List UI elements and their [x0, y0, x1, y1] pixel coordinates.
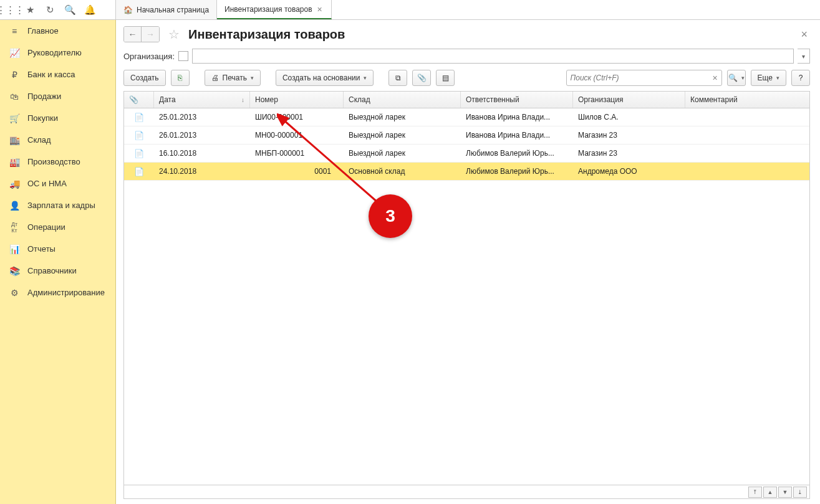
favorite-star-icon[interactable]: ☆	[166, 27, 182, 42]
bell-icon[interactable]: 🔔	[80, 0, 100, 20]
col-org-label: Организация	[578, 95, 623, 104]
col-comm[interactable]: Комментарий	[685, 92, 809, 108]
question-icon: ?	[799, 74, 803, 82]
sidebar-item-assets[interactable]: 🚚ОС и НМА	[0, 173, 115, 194]
cell-num: ШИ00-000001	[250, 113, 344, 121]
sidebar-item-reports[interactable]: 📊Отчеты	[0, 238, 115, 260]
sidebar-item-catalogs[interactable]: 📚Справочники	[0, 260, 115, 282]
table-row[interactable]: 📄 16.10.2018 МНБП-000001 Выездной ларек …	[124, 145, 809, 163]
col-sklad[interactable]: Склад	[344, 92, 461, 108]
cart-icon: 🛒	[9, 113, 20, 123]
clear-icon[interactable]: ×	[712, 73, 717, 83]
tab-inventory[interactable]: Инвентаризация товаров ×	[217, 0, 332, 19]
sidebar-item-label: ОС и НМА	[27, 179, 67, 188]
attach-button[interactable]: 📎	[412, 70, 431, 86]
warehouse-icon: 🏬	[9, 135, 20, 145]
cell-org: Магазин 23	[573, 149, 685, 158]
factory-icon: 🏭	[9, 157, 20, 167]
table-row[interactable]: 📄 24.10.2018 0001 Основной склад Любимов…	[124, 163, 809, 181]
tab-inventory-label: Инвентаризация товаров	[224, 5, 312, 14]
copy-button[interactable]: ⎘	[171, 70, 190, 86]
cell-resp: Иванова Ирина Влади...	[461, 113, 573, 121]
cell-date: 16.10.2018	[154, 149, 250, 158]
col-sklad-label: Склад	[349, 95, 370, 104]
caret-icon: ▾	[776, 75, 779, 81]
sidebar-item-hr[interactable]: 👤Зарплата и кадры	[0, 194, 115, 216]
scroll-down-button[interactable]: ▼	[778, 487, 792, 498]
cell-org: Магазин 23	[573, 131, 685, 140]
col-resp-label: Ответственный	[466, 95, 519, 104]
search-input[interactable]	[571, 74, 710, 82]
magnifier-icon: 🔍	[728, 74, 738, 82]
more-button[interactable]: Еще▾	[751, 70, 786, 86]
col-org[interactable]: Организация	[573, 92, 685, 108]
main-area: ← → ☆ Инвентаризация товаров × Организац…	[116, 20, 820, 504]
col-num-label: Номер	[255, 95, 278, 104]
col-num[interactable]: Номер	[250, 92, 344, 108]
bag-icon: 🛍	[9, 92, 20, 102]
col-resp[interactable]: Ответственный	[461, 92, 573, 108]
sidebar-item-operations[interactable]: ДтКтОперации	[0, 216, 115, 238]
sidebar-item-bank[interactable]: ₽Банк и касса	[0, 64, 115, 85]
table-row[interactable]: 📄 25.01.2013 ШИ00-000001 Выездной ларек …	[124, 108, 809, 126]
forward-button[interactable]: →	[142, 27, 159, 42]
table-body: 📄 25.01.2013 ШИ00-000001 Выездной ларек …	[124, 108, 809, 485]
sidebar-item-warehouse[interactable]: 🏬Склад	[0, 129, 115, 151]
sort-asc-icon: ↓	[241, 97, 244, 103]
sidebar-item-label: Продажи	[27, 92, 61, 101]
scroll-up-button[interactable]: ▲	[763, 487, 777, 498]
create-based-label: Создать на основании	[282, 74, 360, 82]
page-close-button[interactable]: ×	[798, 28, 810, 41]
table-row[interactable]: 📄 26.01.2013 МН00-000001 Выездной ларек …	[124, 126, 809, 145]
sidebar-item-production[interactable]: 🏭Производство	[0, 151, 115, 173]
sidebar-item-label: Операции	[27, 222, 65, 232]
help-button[interactable]: ?	[791, 70, 810, 86]
search-icon[interactable]: 🔍	[60, 0, 80, 20]
sidebar-item-sales[interactable]: 🛍Продажи	[0, 85, 115, 107]
cell-sklad: Выездной ларек	[344, 149, 461, 158]
cell-num: МН00-000001	[250, 131, 344, 140]
star-icon[interactable]: ★	[20, 0, 40, 20]
close-icon[interactable]: ×	[316, 4, 324, 14]
scroll-bottom-button[interactable]: ⤓	[793, 487, 807, 498]
tab-home[interactable]: 🏠 Начальная страница	[116, 0, 217, 19]
cell-resp: Любимов Валерий Юрь...	[461, 149, 573, 158]
scroll-top-button[interactable]: ⤒	[748, 487, 762, 498]
sidebar-item-label: Администрирование	[27, 288, 105, 297]
structure-icon: ⧉	[395, 74, 401, 82]
history-icon[interactable]: ↻	[40, 0, 60, 20]
person-icon: 👤	[9, 201, 20, 211]
search-field[interactable]: ×	[566, 70, 722, 86]
printer-icon: 🖨	[211, 74, 219, 82]
apps-icon[interactable]: ⋮⋮⋮	[0, 0, 20, 20]
col-date[interactable]: Дата↓	[154, 92, 250, 108]
sidebar-item-main[interactable]: ≡Главное	[0, 20, 115, 42]
create-button[interactable]: Создать	[123, 70, 166, 86]
chart-icon: 📈	[9, 48, 20, 58]
print-button[interactable]: 🖨Печать▾	[205, 70, 261, 86]
org-filter-dropdown[interactable]: ▾	[798, 49, 810, 64]
sidebar-item-admin[interactable]: ⚙Администрирование	[0, 282, 115, 303]
org-filter-label: Организация:	[123, 52, 175, 61]
sidebar-item-label: Главное	[27, 26, 59, 36]
top-icon-strip: ⋮⋮⋮ ★ ↻ 🔍 🔔	[0, 0, 116, 19]
search-button[interactable]: 🔍▾	[727, 70, 746, 86]
page-title: Инвентаризация товаров	[188, 27, 345, 42]
back-button[interactable]: ←	[124, 27, 142, 42]
org-filter-input[interactable]	[192, 49, 794, 64]
col-comm-label: Комментарий	[690, 95, 738, 104]
cell-sklad: Основной склад	[344, 167, 461, 176]
doc-icon: 📄	[124, 113, 154, 122]
page-header: ← → ☆ Инвентаризация товаров ×	[116, 20, 820, 46]
list-button[interactable]: ▤	[436, 70, 455, 86]
sidebar-item-label: Банк и касса	[27, 70, 75, 79]
org-filter-checkbox[interactable]	[178, 51, 188, 61]
dtkt-icon: ДтКт	[9, 221, 20, 234]
doc-icon: 📄	[124, 149, 154, 158]
sidebar-item-purchases[interactable]: 🛒Покупки	[0, 107, 115, 129]
menu-icon: ≡	[9, 26, 20, 36]
structure-button[interactable]: ⧉	[388, 70, 407, 86]
col-attach[interactable]: 📎	[124, 92, 154, 108]
sidebar-item-manager[interactable]: 📈Руководителю	[0, 42, 115, 64]
create-based-button[interactable]: Создать на основании▾	[276, 70, 374, 86]
